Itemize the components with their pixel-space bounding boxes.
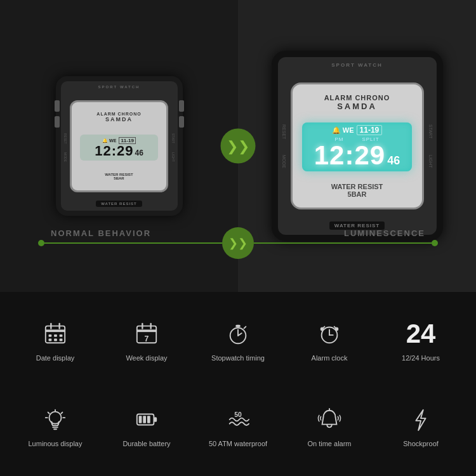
timeline-line-left [44, 242, 222, 244]
right-watch-face: ALARM CHRONOSAMDA 🔔 WE 11-19 PM SPLIT 12… [291, 83, 424, 209]
left-btn-reset [55, 100, 60, 112]
timeline: ❯❯ [38, 227, 438, 259]
feature-battery: Durable battery [104, 387, 189, 466]
left-brand: ALARM CHRONOSAMDA [96, 112, 141, 122]
left-bottom-label: WATER RESIST [96, 201, 142, 207]
lightning-icon [409, 406, 433, 434]
right-watch-image: SPORT WATCH ALARM CHRONOSAMDA 🔔 WE 11-19… [272, 51, 443, 241]
svg-point-28 [50, 412, 62, 424]
feature-luminous: Luminous display [13, 387, 98, 466]
svg-rect-7 [49, 339, 52, 341]
calendar-icon [43, 320, 67, 348]
svg-rect-6 [60, 334, 63, 337]
left-watch-image: SPORT WATCH ALARM CHRONOSAMDA 🔔 WE 11-19… [56, 76, 183, 216]
left-water-resist: WATER RESIST5BAR [105, 173, 133, 180]
feature-week-display: 7 Week display [104, 301, 189, 381]
left-time-main: 12:29 [95, 144, 133, 158]
battery-label: Durable battery [122, 439, 170, 448]
right-time-main: 12:29 [314, 142, 385, 169]
watch-comparison-section: SPORT WATCH ALARM CHRONOSAMDA 🔔 WE 11-19… [0, 0, 476, 292]
features-grid: Date display 7 Week display Stop [0, 292, 476, 476]
left-btn-light [179, 116, 184, 128]
svg-rect-40 [147, 416, 150, 423]
timeline-line-right [254, 242, 432, 244]
luminous-label: Luminous display [29, 439, 83, 448]
feature-date-display: Date display [13, 301, 98, 381]
on-time-alarm-label: On time alarm [307, 439, 351, 448]
svg-rect-11 [137, 330, 156, 333]
timeline-dot-right [432, 240, 438, 246]
svg-text:7: 7 [145, 335, 149, 344]
feature-on-time-alarm: On time alarm [287, 387, 372, 466]
arrow-divider: ❯❯ [221, 129, 256, 164]
right-brand: ALARM CHRONOSAMDA [324, 94, 390, 111]
stopwatch-label: Stopwatch timing [211, 354, 265, 362]
svg-line-33 [62, 413, 63, 414]
svg-point-26 [321, 327, 324, 331]
arrow-circle: ❯❯ [221, 129, 256, 164]
svg-rect-18 [235, 325, 241, 327]
feature-stopwatch: Stopwatch timing [195, 301, 281, 381]
feature-shockproof: Shockproof [378, 387, 463, 466]
alarm-clock-icon [317, 320, 341, 348]
svg-rect-5 [54, 334, 57, 337]
feature-24h: 24 12/24 Hours [378, 301, 463, 381]
date-display-label: Date display [36, 354, 75, 362]
svg-line-20 [244, 327, 246, 329]
bell-alarm-icon [317, 406, 341, 434]
svg-rect-38 [139, 416, 142, 423]
svg-text:50: 50 [234, 412, 242, 419]
hours-24-icon: 24 [406, 320, 436, 348]
water-icon: 50 [226, 406, 250, 434]
left-btn-mode [55, 116, 60, 128]
svg-rect-9 [60, 339, 63, 341]
left-watch-face: ALARM CHRONOSAMDA 🔔 WE 11-19 12:29 46 WA… [70, 100, 168, 192]
alarm-clock-label: Alarm clock [312, 354, 348, 362]
arrow-icon: ❯❯ [227, 138, 249, 154]
svg-rect-37 [154, 418, 157, 423]
battery-icon [135, 406, 159, 434]
left-screen: 🔔 WE 11-19 12:29 46 [80, 135, 158, 161]
svg-rect-8 [54, 339, 57, 341]
svg-rect-4 [49, 334, 52, 337]
feature-alarm-clock: Alarm clock [287, 301, 372, 381]
stopwatch-icon [226, 320, 250, 348]
svg-line-32 [48, 413, 50, 414]
calendar-week-icon: 7 [135, 320, 159, 348]
svg-rect-39 [143, 416, 146, 423]
left-btn-start [179, 100, 184, 112]
shockproof-label: Shockproof [403, 439, 439, 448]
bulb-icon [43, 406, 67, 434]
feature-waterproof: 50 50 ATM waterproof [195, 387, 281, 466]
waterproof-label: 50 ATM waterproof [209, 439, 267, 448]
right-water-resist: WATER RESIST5BAR [331, 183, 383, 198]
right-screen: 🔔 WE 11-19 PM SPLIT 12:29 46 [302, 122, 412, 171]
svg-point-27 [335, 327, 339, 331]
hours-24-label: 12/24 Hours [402, 354, 440, 362]
svg-rect-1 [46, 330, 65, 333]
week-display-label: Week display [126, 354, 167, 362]
timeline-arrow-center: ❯❯ [222, 227, 254, 259]
timeline-dot-left [38, 240, 44, 246]
